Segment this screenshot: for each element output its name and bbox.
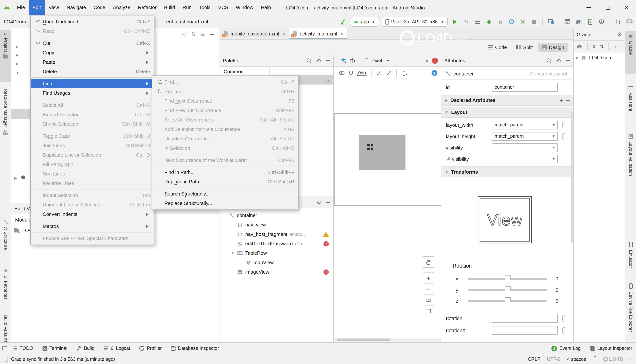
menu-item[interactable]: Search Structurally... <box>152 189 298 198</box>
gear-icon[interactable]: ⚙ <box>316 200 321 205</box>
collapse-all-icon[interactable]: ⇅ <box>600 44 604 49</box>
flag-toggle[interactable] <box>562 133 565 140</box>
run-config-selector[interactable]: app▼ <box>350 16 379 27</box>
device-selector[interactable]: Pixel_3a_API_30_x86▼ <box>382 16 448 27</box>
line-separator-indicator[interactable]: CRLF <box>528 357 540 362</box>
profiler-run-icon[interactable] <box>507 17 516 26</box>
zoom-in-button[interactable]: + <box>423 273 434 284</box>
overflow-button[interactable]: » <box>426 58 429 64</box>
menu-item[interactable]: ↷ Redo Ctrl+Shift+Z <box>31 26 154 36</box>
default-margin-button[interactable]: 0dp <box>357 70 367 76</box>
menubar-item[interactable]: View <box>45 0 63 15</box>
mode-code-button[interactable]: Code <box>484 42 511 52</box>
menu-item[interactable]: Find Next Occurrence F3 <box>152 96 298 106</box>
sidebar-tab-assistant[interactable]: Assistant <box>625 84 636 125</box>
gear-icon[interactable]: ⚙ <box>617 32 622 37</box>
menubar-item[interactable]: Edit <box>29 0 45 15</box>
stop-coverage-icon[interactable] <box>518 17 527 26</box>
tools-visibility-dropdown[interactable]: ▼ <box>492 154 558 163</box>
menu-item[interactable]: Select All Occurrences Ctrl+Alt+Shift+J <box>152 115 298 124</box>
avatar[interactable] <box>625 17 634 26</box>
menu-item[interactable]: Find in Path... Ctrl+Shift+F <box>152 168 298 177</box>
hide-panel-icon[interactable] <box>566 60 570 61</box>
menu-item[interactable]: ↶ Undo Undefined Ctrl+Z <box>31 17 154 26</box>
hide-panel-icon[interactable] <box>326 202 330 202</box>
remove-attribute-button[interactable] <box>566 100 570 100</box>
flag-toggle[interactable] <box>562 122 565 128</box>
menu-item[interactable]: Find Usages <box>31 88 154 98</box>
menubar-item[interactable]: Tools <box>195 0 215 15</box>
sidebar-tab-project[interactable]: 1: Project <box>0 30 11 82</box>
autoconnect-magnet-icon[interactable] <box>348 70 354 76</box>
collapse-all-icon[interactable]: ⇅ <box>191 31 195 37</box>
tree-item[interactable]: ▼ TableRow <box>220 248 333 258</box>
expand-all-icon[interactable]: ⇕ <box>592 44 596 49</box>
tree-item[interactable]: nav_host_fragment androi... ! <box>220 230 333 239</box>
adview-widget[interactable] <box>359 135 405 170</box>
zoom-fit-button[interactable] <box>423 306 434 317</box>
close-icon[interactable]: × <box>283 31 285 36</box>
menubar-item[interactable]: VCS <box>215 0 232 15</box>
menubar-item[interactable]: Navigate <box>63 0 90 15</box>
menu-item[interactable]: In Selection Ctrl+Alt+E <box>152 144 298 153</box>
tree-item[interactable]: imageView ! <box>220 267 333 277</box>
zoom-actual-button[interactable]: 1:1 <box>423 295 434 306</box>
indent-indicator[interactable]: 4 spaces <box>567 357 586 362</box>
guideline-icon[interactable] <box>402 70 408 76</box>
error-count-badge[interactable]: ! <box>432 58 438 64</box>
palette-category-common[interactable]: Common <box>220 67 269 76</box>
add-attribute-button[interactable]: + <box>560 97 563 104</box>
tree-chevron-icon[interactable]: ▶ <box>16 62 19 66</box>
gradle-elephant-icon[interactable] <box>577 44 583 49</box>
tree-item[interactable]: nav_view <box>220 220 333 230</box>
tool-window-button[interactable]: Build <box>76 346 94 351</box>
zoom-out-button[interactable]: − <box>423 284 434 295</box>
sidebar-tab-resource-manager[interactable]: Resource Manager <box>0 86 11 150</box>
lock-icon[interactable] <box>593 358 596 360</box>
menu-item[interactable]: Unselect Occurrence Alt+Shift+J <box>152 134 298 144</box>
tab-activity-main[interactable]: <> activity_main.xml × <box>289 28 347 39</box>
tree-selection[interactable] <box>11 109 30 119</box>
menu-item[interactable]: Shrink Selection Ctrl+Shift+W <box>31 119 154 129</box>
back-icon[interactable] <box>339 17 347 26</box>
menubar-item[interactable]: File <box>13 0 29 15</box>
menu-item[interactable]: Duplicate Line or Selection Ctrl+D <box>31 150 154 160</box>
gear-icon[interactable]: ⚙ <box>556 58 561 63</box>
layout-section[interactable]: ▼ Layout <box>441 107 573 118</box>
sidebar-tab-gradle[interactable]: Gradle <box>625 31 636 74</box>
tree-chevron-icon[interactable]: ▶ <box>14 176 17 180</box>
menu-item[interactable]: Select All Ctrl+A <box>31 100 154 110</box>
menu-item[interactable]: Add Selection for Next Occurrence Alt+J <box>152 124 298 134</box>
menubar-item[interactable]: Help <box>257 0 275 15</box>
mode-design-button[interactable]: Design <box>538 42 568 52</box>
tab-mobile-navigation[interactable]: <> mobile_navigation.xml × <box>220 28 289 39</box>
menu-item[interactable]: Copy <box>31 48 154 57</box>
pan-button[interactable] <box>423 256 434 268</box>
maximize-button[interactable] <box>598 0 617 15</box>
tool-window-button[interactable]: TODO <box>13 346 33 351</box>
menu-item[interactable]: Extend Selection Ctrl+W <box>31 110 154 119</box>
search-everywhere-icon[interactable] <box>614 17 622 26</box>
menu-item[interactable]: Join Lines Ctrl+Shift+J <box>31 141 154 150</box>
hide-panel-icon[interactable] <box>210 34 214 34</box>
menu-item[interactable]: ✂ Cut Ctrl+X <box>31 38 154 48</box>
menu-item[interactable]: Next Occurrence of the Word at Caret Ctr… <box>152 156 298 165</box>
sidebar-tab-layout-validation[interactable]: Layout Validation <box>625 131 636 186</box>
menubar-item[interactable]: Build <box>160 0 179 15</box>
sidebar-tab-favorites[interactable]: ★ 2: Favorites <box>0 264 11 310</box>
help-icon[interactable]: ? <box>432 70 437 76</box>
menu-item[interactable]: Replace... Ctrl+R <box>152 87 298 96</box>
menu-item[interactable]: Paste <box>31 57 154 67</box>
rotation-y-slider[interactable] <box>468 289 547 291</box>
flag-toggle[interactable] <box>562 327 565 334</box>
breadcrumb-project[interactable]: LO4Dcom <box>4 15 26 28</box>
sidebar-tab-structure[interactable]: 7: Structure <box>0 216 11 262</box>
tree-item[interactable]: Ab editTextTextPassword (Pa... ! <box>220 239 333 248</box>
menubar-item[interactable]: Analyze <box>109 0 134 15</box>
close-icon[interactable]: × <box>340 31 343 36</box>
orientation-icon[interactable] <box>350 58 355 63</box>
sidebar-tab-emulator[interactable]: Emulator <box>625 239 636 277</box>
sidebar-tab-build-variants[interactable]: Build Variants <box>0 312 11 342</box>
menu-item[interactable]: Find <box>31 79 154 88</box>
menu-item[interactable]: Indent Selection Tab <box>31 190 154 200</box>
